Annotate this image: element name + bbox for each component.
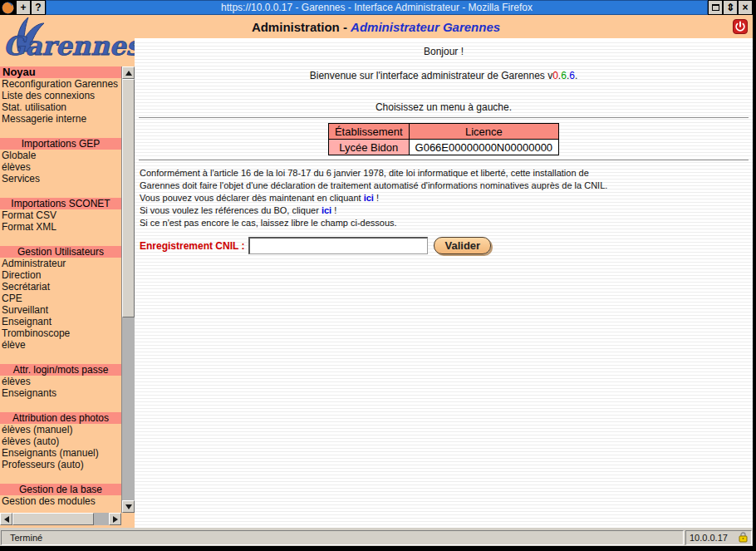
greeting-text: Bonjour ! <box>135 46 753 57</box>
menu-item[interactable]: élèves <box>0 161 121 173</box>
cnil-registration-input[interactable] <box>248 237 428 254</box>
menu-item[interactable]: CPE <box>0 293 121 304</box>
version-minor: 6 <box>561 70 567 81</box>
titlebar: + ? https://10.0.0.17 - Garennes - Inter… <box>0 0 753 15</box>
cnil-line-3: Vous pouvez vous déclarer dès maintenant… <box>140 192 753 204</box>
col-etablissement: Établissement <box>328 124 409 140</box>
separator <box>139 117 749 119</box>
menu-section-header: Importations SCONET <box>0 198 121 209</box>
menu-gap <box>0 233 121 246</box>
sidebar-vertical-scrollbar[interactable] <box>121 66 135 513</box>
cnil-form: Enregistrement CNIL : Valider <box>140 237 753 254</box>
separator <box>139 160 749 161</box>
shade-button[interactable]: ⇕ <box>723 0 738 15</box>
welcome-text: Bienvenue sur l'interface administrateur… <box>135 70 753 81</box>
logout-power-button[interactable] <box>733 19 748 34</box>
cell-etablissement: Lycée Bidon <box>328 140 409 155</box>
menu-section-header: Attribution des photos <box>0 412 121 424</box>
cnil-line-5: Si ce n'est pas encore le cas, laissez l… <box>140 217 753 229</box>
window-plus-button[interactable]: + <box>16 0 31 15</box>
window-help-button[interactable]: ? <box>31 0 46 15</box>
maximize-button[interactable] <box>708 0 723 15</box>
window-right-edge <box>753 0 756 551</box>
menu-item[interactable]: Surveillant <box>0 304 121 316</box>
page-title-user: Administrateur Garennes <box>351 20 500 34</box>
arrow-left-icon <box>4 516 9 523</box>
menu-item[interactable]: Reconfiguration Garennes <box>0 78 121 90</box>
version-end: . <box>575 70 577 81</box>
maximize-icon <box>712 4 719 11</box>
sidebar: NoyauReconfiguration GarennesListe des c… <box>0 66 135 528</box>
cnil-line-3-text: Vous pouvez vous déclarer dès maintenant… <box>140 193 364 203</box>
close-button[interactable]: × <box>738 0 753 15</box>
cnil-paragraph: Conformément à l'article 16 de la loi 78… <box>140 167 753 229</box>
choose-menu-text: Choisissez un menu à gauche. <box>135 101 753 113</box>
menu-item[interactable]: Globale <box>0 150 121 161</box>
licence-table: Établissement Licence Lycée Bidon G066E0… <box>328 123 559 155</box>
menu-item[interactable]: Format XML <box>0 221 121 233</box>
menu-section-header: Importations GEP <box>0 138 121 150</box>
window-title: https://10.0.0.17 - Garennes - Interface… <box>221 2 533 13</box>
ssl-lock-icon[interactable] <box>739 532 748 544</box>
menu-gap <box>0 125 121 138</box>
titlebar-drag-area[interactable]: https://10.0.0.17 - Garennes - Interface… <box>46 0 708 15</box>
menu-item[interactable]: Gestion des modules <box>0 495 121 507</box>
status-bar: Terminé 10.0.0.17 <box>0 529 753 546</box>
menu-item[interactable]: Liste des connexions <box>0 90 121 101</box>
menu-item[interactable]: élèves (auto) <box>0 435 121 447</box>
garennes-logo: Garennes <box>0 15 135 66</box>
firefox-icon <box>0 0 16 15</box>
welcome-prefix: Bienvenue sur l'interface administrateur… <box>310 70 547 81</box>
menu-item[interactable]: Professeurs (auto) <box>0 459 121 470</box>
vertical-scroll-thumb[interactable] <box>122 79 135 317</box>
menu-section-header: Noyau <box>0 66 121 78</box>
arrow-down-icon <box>125 504 132 509</box>
menu-item[interactable]: Direction <box>0 269 121 281</box>
window-bottom-edge <box>0 546 756 551</box>
cnil-line-4-text: Si vous voulez les références du BO, cli… <box>140 205 322 215</box>
col-licence: Licence <box>409 124 559 140</box>
menu-item[interactable]: Secrétariat <box>0 281 121 293</box>
status-message: Terminé <box>1 530 684 545</box>
cnil-declare-link[interactable]: ici <box>364 193 374 203</box>
cnil-registration-label: Enregistrement CNIL : <box>140 240 244 252</box>
menu-gap <box>0 470 121 484</box>
table-row: Lycée Bidon G066E00000000N00000000 <box>328 140 558 155</box>
scroll-down-button[interactable] <box>122 500 135 513</box>
menu-item[interactable]: élève <box>0 339 121 351</box>
menu-item[interactable]: Enseignants (manuel) <box>0 447 121 459</box>
validate-button[interactable]: Valider <box>434 237 491 254</box>
menu-gap <box>0 399 121 412</box>
menu-item[interactable]: Format CSV <box>0 209 121 221</box>
connection-panel: 10.0.0.17 <box>685 530 752 545</box>
arrow-right-icon <box>113 516 118 523</box>
bo-references-link[interactable]: ici <box>322 205 331 215</box>
menu-gap <box>0 351 121 364</box>
menu-item[interactable]: Enseignants <box>0 387 121 399</box>
scroll-left-button[interactable] <box>0 513 12 525</box>
menu-item[interactable]: Trombinoscope <box>0 327 121 339</box>
scroll-right-button[interactable] <box>109 513 121 525</box>
browser-window: + ? https://10.0.0.17 - Garennes - Inter… <box>0 0 756 551</box>
menu-item[interactable]: Messagerie interne <box>0 113 121 125</box>
cnil-line-4-end: ! <box>331 205 336 215</box>
cnil-line-4: Si vous voulez les références du BO, cli… <box>140 204 753 217</box>
menu-item[interactable]: Administrateur <box>0 258 121 269</box>
cnil-line-3-end: ! <box>374 193 379 203</box>
menu-gap <box>0 184 121 198</box>
menu-section-header: Attr. login/mots passe <box>0 364 121 376</box>
sidebar-horizontal-scrollbar[interactable] <box>0 513 121 525</box>
menu-item[interactable]: élèves <box>0 376 121 387</box>
sidebar-menu: NoyauReconfiguration GarennesListe des c… <box>0 66 121 513</box>
page-title-prefix: Administration - <box>252 20 351 34</box>
menu-item[interactable]: Stat. utilisation <box>0 101 121 113</box>
menu-section-header: Gestion Utilisateurs <box>0 246 121 258</box>
menu-item[interactable]: Enseignant <box>0 316 121 327</box>
host-address: 10.0.0.17 <box>690 533 728 543</box>
logo-text: Garennes <box>3 31 135 61</box>
menu-item[interactable]: Services <box>0 173 121 184</box>
scroll-up-button[interactable] <box>122 66 135 79</box>
horizontal-scroll-thumb[interactable] <box>12 513 94 525</box>
menu-item[interactable]: élèves (manuel) <box>0 424 121 435</box>
arrow-up-icon <box>125 71 132 76</box>
